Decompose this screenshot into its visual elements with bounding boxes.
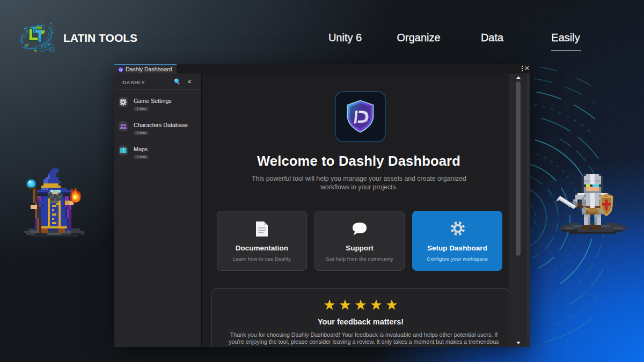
svg-text:D: D bbox=[119, 67, 122, 72]
